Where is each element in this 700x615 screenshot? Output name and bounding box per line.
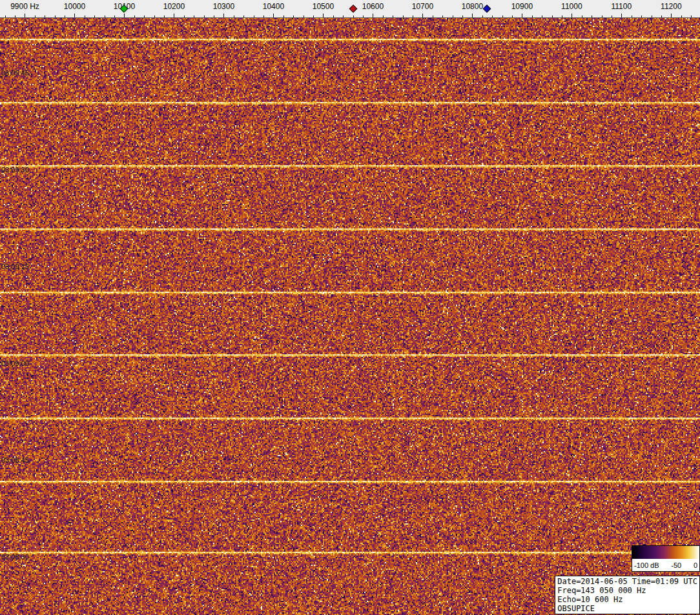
time-axis-label: 03:08:45: [1, 456, 29, 464]
minor-tick: [214, 15, 214, 17]
waterfall-canvas: [0, 18, 700, 615]
minor-tick: [164, 15, 165, 17]
legend-mid-label: -50: [671, 561, 681, 569]
frequency-tick-label: 11100: [612, 2, 632, 11]
minor-tick: [413, 15, 413, 17]
minor-tick: [612, 15, 612, 17]
minor-tick: [592, 15, 592, 17]
major-tick: [25, 14, 25, 17]
minor-tick: [492, 15, 493, 17]
minor-tick: [263, 15, 264, 17]
minor-tick: [482, 15, 483, 17]
minor-tick: [304, 15, 304, 17]
minor-tick: [552, 15, 553, 17]
legend-labels: -100 dB -50 0: [632, 559, 699, 571]
minor-tick: [204, 15, 205, 17]
minor-tick: [582, 15, 582, 17]
major-tick: [571, 14, 572, 17]
minor-tick: [681, 15, 682, 17]
minor-tick: [134, 15, 135, 17]
info-line: Freq=143 050 000 Hz: [557, 586, 697, 595]
major-tick: [174, 14, 174, 17]
time-axis-label: 03:09:00: [1, 359, 29, 367]
info-line: Date=2014-06-05 Time=01:09 UTC: [557, 577, 697, 586]
time-axis-label: 03:09:30: [1, 166, 29, 174]
minor-tick: [94, 15, 95, 17]
frequency-tick-label: 11200: [661, 2, 681, 11]
minor-tick: [562, 15, 562, 17]
minor-tick: [65, 15, 65, 17]
minor-tick: [512, 15, 513, 17]
minor-tick: [333, 15, 334, 17]
frequency-tick-label: 10300: [213, 2, 234, 11]
frequency-tick-label: 10400: [263, 2, 284, 11]
minor-tick: [45, 15, 45, 17]
minor-tick: [254, 15, 254, 17]
major-tick: [671, 14, 672, 17]
major-tick: [522, 14, 522, 17]
minor-tick: [602, 15, 602, 17]
minor-tick: [194, 15, 194, 17]
frequency-tick-label: 10000: [64, 2, 85, 11]
minor-tick: [35, 15, 36, 17]
minor-tick: [243, 15, 244, 17]
major-tick: [223, 14, 224, 17]
time-axis-label: 03:08:30: [1, 553, 29, 561]
frequency-tick-label: 11000: [561, 2, 582, 11]
minor-tick: [532, 15, 533, 17]
major-tick: [124, 14, 125, 17]
minor-tick: [462, 15, 463, 17]
major-tick: [323, 14, 324, 17]
major-tick: [273, 14, 274, 17]
minor-tick: [691, 15, 692, 17]
legend-min-label: -100 dB: [634, 561, 659, 569]
frequency-tick-label: 9900 Hz: [10, 2, 39, 11]
minor-tick: [363, 15, 364, 17]
frequency-scale[interactable]: 9900 Hz100001010010200103001040010500106…: [0, 0, 700, 18]
major-tick: [472, 14, 473, 17]
minor-tick: [442, 15, 443, 17]
minor-tick: [652, 15, 652, 17]
minor-tick: [5, 15, 6, 17]
minor-tick: [632, 15, 632, 17]
minor-tick: [313, 15, 314, 17]
legend-max-label: 0: [694, 561, 697, 569]
info-line: Echo=10 600 Hz: [557, 595, 697, 604]
frequency-tick-label: 10900: [511, 2, 533, 11]
time-axis-label: 03:09:15: [1, 263, 29, 270]
minor-tick: [383, 15, 384, 17]
minor-tick: [343, 15, 344, 17]
minor-tick: [144, 15, 145, 17]
frequency-tick-label: 10500: [313, 2, 334, 11]
minor-tick: [542, 15, 542, 17]
minor-tick: [154, 15, 155, 17]
minor-tick: [453, 15, 453, 17]
minor-tick: [661, 15, 662, 17]
red-marker-icon[interactable]: [349, 5, 357, 13]
minor-tick: [433, 15, 433, 17]
minor-tick: [403, 15, 404, 17]
minor-tick: [15, 15, 15, 17]
waterfall-display: -100 dB -50 0 Date=2014-06-05 Time=01:09…: [0, 18, 700, 615]
color-scale-legend: -100 dB -50 0: [632, 545, 700, 572]
time-axis-label: 03:09:45: [1, 69, 29, 77]
minor-tick: [184, 15, 185, 17]
minor-tick: [283, 15, 284, 17]
major-tick: [373, 14, 373, 17]
major-tick: [621, 14, 622, 17]
major-tick: [422, 14, 423, 17]
minor-tick: [55, 15, 56, 17]
color-gradient-bar: [632, 546, 699, 559]
minor-tick: [393, 15, 393, 17]
major-tick: [74, 14, 75, 17]
minor-tick: [85, 15, 85, 17]
minor-tick: [641, 15, 642, 17]
blue-marker-icon[interactable]: [483, 5, 491, 13]
minor-tick: [105, 15, 105, 17]
observation-info-box: Date=2014-06-05 Time=01:09 UTCFreq=143 0…: [555, 576, 700, 614]
frequency-tick-label: 10800: [462, 2, 483, 11]
minor-tick: [502, 15, 503, 17]
info-line: OBSUPICE: [557, 604, 697, 613]
frequency-tick-label: 10600: [362, 2, 384, 11]
minor-tick: [293, 15, 294, 17]
